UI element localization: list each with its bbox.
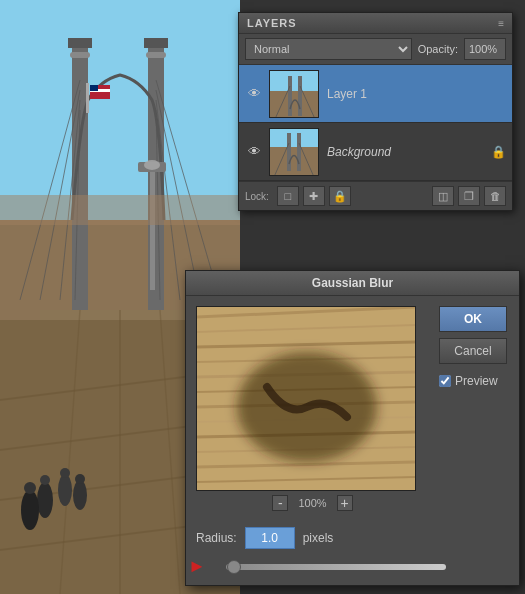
- layer-thumb-bg: [269, 128, 319, 176]
- svg-point-37: [24, 482, 36, 494]
- radius-slider[interactable]: [226, 564, 446, 570]
- dialog-title-bar: Gaussian Blur: [186, 271, 519, 296]
- svg-rect-2: [72, 40, 88, 320]
- slider-container: ►: [196, 559, 509, 573]
- svg-rect-4: [68, 38, 92, 48]
- slider-row: ►: [186, 559, 519, 585]
- svg-rect-41: [270, 71, 319, 91]
- lock-icon-bg: 🔒: [491, 145, 506, 159]
- svg-rect-0: [0, 0, 240, 220]
- svg-rect-28: [90, 85, 110, 99]
- svg-rect-49: [287, 133, 291, 171]
- svg-rect-30: [90, 85, 98, 91]
- zoom-level: 100%: [298, 497, 326, 509]
- ok-button[interactable]: OK: [439, 306, 507, 332]
- svg-rect-25: [150, 170, 155, 290]
- layers-title-bar: LAYERS ≡: [239, 13, 512, 34]
- zoom-out-btn[interactable]: -: [272, 495, 288, 511]
- layers-bottom-bar: Lock: □ ✚ 🔒 ◫ ❐ 🗑: [239, 181, 512, 210]
- svg-rect-40: [0, 195, 240, 225]
- svg-line-24: [160, 310, 180, 594]
- svg-line-10: [60, 100, 80, 300]
- new-group-btn[interactable]: ◫: [432, 186, 454, 206]
- svg-line-11: [75, 110, 80, 300]
- svg-line-8: [20, 80, 80, 300]
- layer-name-layer1: Layer 1: [327, 87, 506, 101]
- svg-line-13: [156, 90, 200, 300]
- radius-row: Radius: pixels: [186, 521, 519, 559]
- svg-point-32: [37, 482, 53, 518]
- layer-thumb-layer1: [269, 70, 319, 118]
- preview-checkbox-row: Preview: [439, 374, 509, 388]
- svg-rect-7: [146, 52, 166, 58]
- visibility-icon-bg[interactable]: 👁: [245, 143, 263, 161]
- svg-line-23: [60, 310, 80, 594]
- svg-point-27: [144, 160, 160, 170]
- svg-point-39: [75, 474, 85, 484]
- slider-arrow-indicator: ►: [188, 557, 206, 575]
- opacity-input[interactable]: [464, 38, 506, 60]
- svg-line-12: [156, 80, 220, 300]
- lock-transparent-btn[interactable]: □: [277, 186, 299, 206]
- svg-rect-6: [70, 52, 90, 58]
- layer-name-bg: Background: [327, 145, 487, 159]
- layer-item-background[interactable]: 👁 Background 🔒: [239, 123, 512, 181]
- blend-mode-select[interactable]: Normal Dissolve Multiply Screen Overlay: [245, 38, 412, 60]
- preview-checkbox-label: Preview: [455, 374, 498, 388]
- svg-point-38: [73, 480, 87, 510]
- gaussian-blur-dialog: Gaussian Blur: [185, 270, 520, 586]
- layers-list: 👁 Layer 1 👁: [239, 65, 512, 181]
- svg-line-15: [156, 110, 160, 300]
- svg-rect-5: [144, 38, 168, 48]
- svg-rect-44: [298, 76, 302, 116]
- lock-all-btn[interactable]: 🔒: [329, 186, 351, 206]
- lock-position-btn[interactable]: ✚: [303, 186, 325, 206]
- dialog-title: Gaussian Blur: [312, 276, 393, 290]
- dialog-buttons: OK Cancel Preview: [439, 306, 509, 511]
- svg-rect-50: [297, 133, 301, 171]
- layer-item-layer1[interactable]: 👁 Layer 1: [239, 65, 512, 123]
- layers-controls: Normal Dissolve Multiply Screen Overlay …: [239, 34, 512, 65]
- layers-panel: LAYERS ≡ Normal Dissolve Multiply Screen…: [238, 12, 513, 211]
- radius-label: Radius:: [196, 531, 237, 545]
- svg-rect-26: [138, 162, 166, 172]
- svg-rect-47: [270, 129, 319, 147]
- zoom-in-btn[interactable]: +: [337, 495, 353, 511]
- layers-panel-title: LAYERS: [247, 17, 297, 29]
- new-layer-btn[interactable]: ❐: [458, 186, 480, 206]
- preview-checkbox[interactable]: [439, 375, 451, 387]
- preview-zoom-controls: - 100% +: [196, 495, 429, 511]
- svg-rect-43: [288, 76, 292, 116]
- svg-line-14: [156, 100, 180, 300]
- svg-rect-31: [86, 83, 89, 113]
- svg-rect-29: [90, 89, 110, 92]
- preview-box[interactable]: [196, 306, 416, 491]
- svg-point-33: [40, 475, 50, 485]
- delete-layer-btn[interactable]: 🗑: [484, 186, 506, 206]
- svg-rect-3: [148, 40, 164, 320]
- opacity-label: Opacity:: [418, 43, 458, 55]
- visibility-icon-layer1[interactable]: 👁: [245, 85, 263, 103]
- radius-input[interactable]: [245, 527, 295, 549]
- svg-point-35: [60, 468, 70, 478]
- svg-rect-17: [40, 310, 200, 320]
- svg-point-36: [21, 490, 39, 530]
- svg-line-9: [40, 90, 80, 300]
- cancel-button[interactable]: Cancel: [439, 338, 507, 364]
- lock-label: Lock:: [245, 191, 269, 202]
- preview-area: - 100% +: [196, 306, 429, 511]
- pixels-label: pixels: [303, 531, 334, 545]
- dialog-body: - 100% + OK Cancel Preview: [186, 296, 519, 521]
- svg-point-34: [58, 474, 72, 506]
- layers-menu-icon[interactable]: ≡: [498, 18, 504, 29]
